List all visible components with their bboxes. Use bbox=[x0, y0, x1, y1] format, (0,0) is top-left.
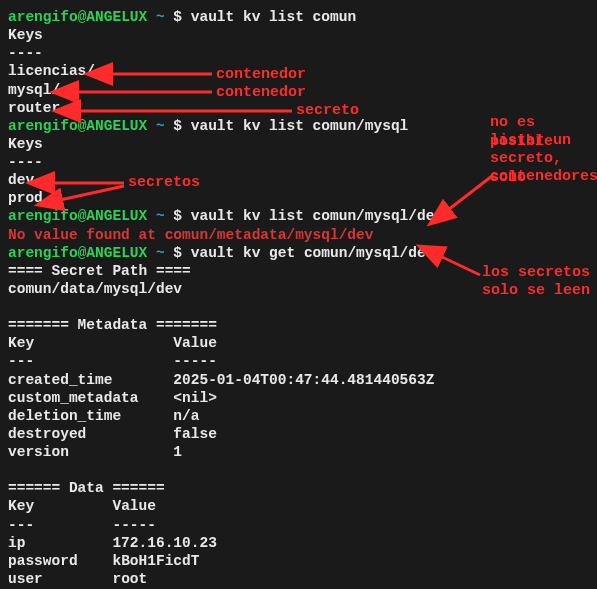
data-col-sep: --- ----- bbox=[8, 516, 589, 534]
meta-col-sep: --- ----- bbox=[8, 352, 589, 370]
prompt-line-3: arengifo@ANGELUX ~ $ vault kv list comun… bbox=[8, 207, 589, 225]
annot-soloread-1: los secretos bbox=[482, 264, 590, 283]
data-row-user: user root bbox=[8, 570, 589, 588]
annot-secreto: secreto bbox=[296, 102, 359, 121]
blank-2 bbox=[8, 461, 589, 479]
data-row-ip: ip 172.16.10.23 bbox=[8, 534, 589, 552]
annot-nolist-2: listar un bbox=[490, 132, 571, 151]
metadata-hdr: ======= Metadata ======= bbox=[8, 316, 589, 334]
annot-contenedor-1: contenedor bbox=[216, 66, 306, 85]
meta-row-destroyed: destroyed false bbox=[8, 425, 589, 443]
meta-row-custom: custom_metadata <nil> bbox=[8, 389, 589, 407]
prompt-line-1: arengifo@ANGELUX ~ $ vault kv list comun bbox=[8, 8, 589, 26]
data-col-hdr: Key Value bbox=[8, 497, 589, 515]
annot-soloread-2: solo se leen bbox=[482, 282, 590, 301]
path: ~ bbox=[156, 9, 165, 25]
data-row-password: password kBoH1FicdT bbox=[8, 552, 589, 570]
prompt-line-4: arengifo@ANGELUX ~ $ vault kv get comun/… bbox=[8, 244, 589, 262]
command-3: vault kv list comun/mysql/dev bbox=[191, 208, 443, 224]
host: ANGELUX bbox=[86, 9, 147, 25]
user: arengifo bbox=[8, 9, 78, 25]
data-hdr: ====== Data ====== bbox=[8, 479, 589, 497]
out2-item-prod: prod bbox=[8, 189, 589, 207]
meta-row-deletion: deletion_time n/a bbox=[8, 407, 589, 425]
command-4: vault kv get comun/mysql/dev bbox=[191, 245, 435, 261]
command-1: vault kv list comun bbox=[191, 9, 356, 25]
meta-col-hdr: Key Value bbox=[8, 334, 589, 352]
out1-sep: ---- bbox=[8, 44, 589, 62]
annot-contenedor-2: contenedor bbox=[216, 84, 306, 103]
annot-secretos: secretos bbox=[128, 174, 200, 193]
error-3: No value found at comun/metadata/mysql/d… bbox=[8, 226, 589, 244]
meta-row-created: created_time 2025-01-04T00:47:44.4814405… bbox=[8, 371, 589, 389]
out1-header: Keys bbox=[8, 26, 589, 44]
meta-row-version: version 1 bbox=[8, 443, 589, 461]
prompt-symbol: $ bbox=[173, 9, 182, 25]
annot-nolist-4: contenedores bbox=[490, 168, 597, 187]
